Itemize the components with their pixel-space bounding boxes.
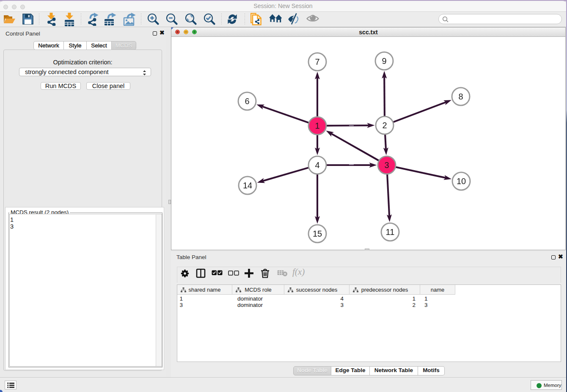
svg-text:14: 14 bbox=[243, 181, 252, 190]
svg-text:11: 11 bbox=[386, 227, 395, 237]
svg-text:10: 10 bbox=[457, 177, 466, 186]
svg-text:2: 2 bbox=[382, 121, 387, 130]
svg-text:3: 3 bbox=[384, 160, 389, 170]
svg-text:7: 7 bbox=[315, 57, 319, 66]
svg-text:6: 6 bbox=[245, 97, 249, 106]
svg-text:4: 4 bbox=[315, 160, 319, 170]
svg-text:9: 9 bbox=[382, 56, 386, 66]
svg-text:15: 15 bbox=[313, 229, 322, 238]
svg-text:8: 8 bbox=[458, 92, 463, 101]
svg-text:1: 1 bbox=[315, 121, 319, 130]
